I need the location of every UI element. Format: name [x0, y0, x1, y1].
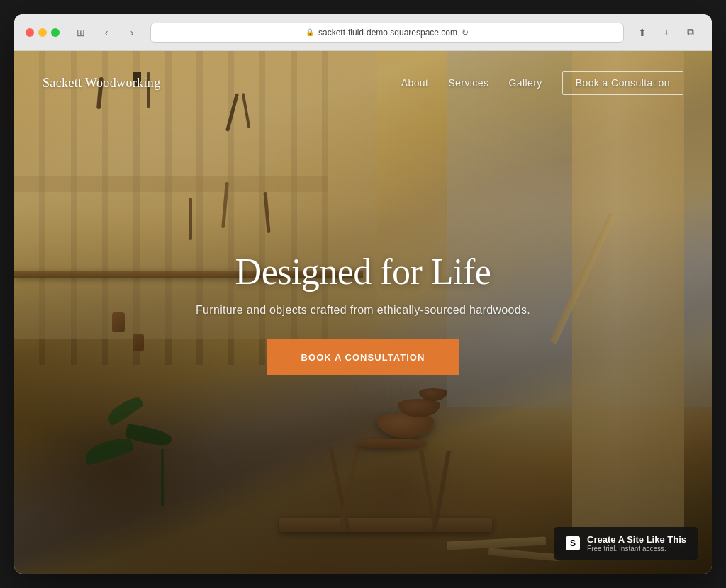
reload-icon[interactable]: ↻	[462, 28, 469, 38]
site-brand[interactable]: Sackett Woodworking	[43, 76, 161, 91]
website: Sackett Woodworking About Services Galle…	[14, 51, 712, 574]
squarespace-badge[interactable]: S Create A Site Like This Free trial. In…	[554, 527, 698, 560]
hero-title: Designed for Life	[14, 251, 712, 293]
book-consultation-button[interactable]: Book a Consultation	[267, 339, 459, 375]
site-navigation: Sackett Woodworking About Services Galle…	[14, 51, 712, 115]
nav-services[interactable]: Services	[448, 77, 488, 89]
lock-icon: 🔒	[306, 28, 314, 36]
tab-overview-button[interactable]: ⧉	[681, 23, 700, 43]
browser-controls: ⊞ ‹ ›	[71, 23, 142, 43]
url-text: sackett-fluid-demo.squarespace.com	[318, 28, 457, 38]
traffic-lights	[26, 28, 60, 37]
nav-book-consultation[interactable]: Book a Consultation	[562, 71, 683, 95]
new-tab-button[interactable]: +	[657, 23, 676, 43]
browser-actions: ⬆ + ⧉	[632, 23, 700, 43]
share-button[interactable]: ⬆	[632, 23, 652, 43]
nav-about[interactable]: About	[401, 77, 429, 89]
nav-gallery[interactable]: Gallery	[508, 77, 542, 89]
badge-text: Create A Site Like This Free trial. Inst…	[587, 534, 686, 553]
address-bar[interactable]: 🔒 sackett-fluid-demo.squarespace.com ↻	[150, 23, 624, 43]
browser-window: ⊞ ‹ › 🔒 sackett-fluid-demo.squarespace.c…	[14, 14, 712, 574]
minimize-button[interactable]	[38, 28, 47, 37]
badge-main-text: Create A Site Like This	[587, 534, 686, 545]
hero-content: Designed for Life Furniture and objects …	[14, 251, 712, 375]
hero-subtitle: Furniture and objects crafted from ethic…	[14, 304, 712, 317]
badge-sub-text: Free trial. Instant access.	[587, 545, 686, 553]
close-button[interactable]	[26, 28, 34, 37]
browser-chrome: ⊞ ‹ › 🔒 sackett-fluid-demo.squarespace.c…	[14, 14, 712, 51]
back-button[interactable]: ‹	[96, 23, 116, 43]
nav-links: About Services Gallery Book a Consultati…	[401, 71, 683, 95]
squarespace-logo-icon: S	[566, 536, 580, 550]
maximize-button[interactable]	[51, 28, 60, 37]
sidebar-toggle-button[interactable]: ⊞	[71, 23, 91, 43]
forward-button[interactable]: ›	[122, 23, 142, 43]
